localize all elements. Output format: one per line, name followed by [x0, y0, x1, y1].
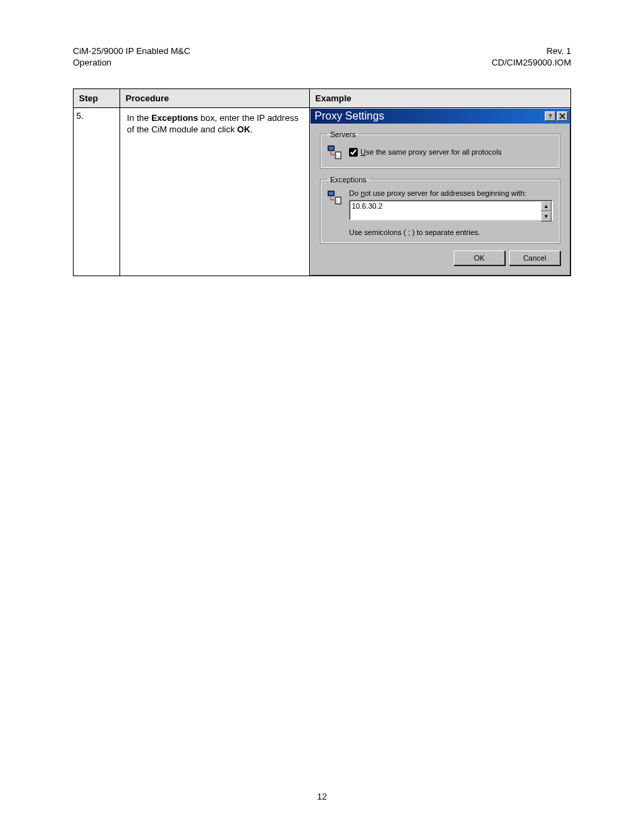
exceptions-legend: Exceptions: [327, 176, 369, 184]
procedure-text: In the Exceptions box, enter the IP addr…: [120, 107, 310, 276]
exceptions-network-icon: [327, 189, 344, 236]
hdr-right-1: Rev. 1: [491, 46, 571, 57]
servers-network-icon: [327, 144, 344, 161]
svg-text:?: ?: [548, 113, 552, 120]
exceptions-fieldset: Exceptions: [320, 176, 560, 244]
svg-rect-4: [336, 153, 340, 155]
svg-rect-6: [329, 192, 333, 195]
same-proxy-checkbox[interactable]: [349, 148, 358, 157]
help-icon[interactable]: ?: [545, 111, 556, 121]
cancel-button[interactable]: Cancel: [509, 251, 560, 265]
svg-rect-8: [336, 198, 340, 200]
col-step-header: Step: [74, 88, 120, 107]
proxy-settings-dialog: Proxy Settings ?: [310, 108, 570, 276]
col-proc-header: Procedure: [120, 88, 310, 107]
page-number: 12: [0, 791, 644, 802]
col-example-header: Example: [310, 88, 571, 107]
servers-fieldset: Servers: [320, 130, 560, 169]
scroll-down-icon[interactable]: ▼: [541, 211, 552, 221]
dialog-title: Proxy Settings: [315, 110, 384, 122]
exceptions-input[interactable]: [349, 200, 553, 220]
svg-rect-2: [329, 147, 333, 150]
hdr-left-2: Operation: [73, 57, 190, 69]
servers-legend: Servers: [327, 130, 358, 138]
hdr-left-1: CiM-25/9000 IP Enabled M&C: [73, 46, 190, 57]
step-number: 5.: [74, 107, 120, 276]
same-proxy-label: Use the same proxy server for all protoc…: [360, 148, 502, 156]
procedure-table: Step Procedure Example 5. In the Excepti…: [73, 88, 571, 276]
page-header: CiM-25/9000 IP Enabled M&C Operation Rev…: [73, 46, 571, 70]
ok-button[interactable]: OK: [454, 251, 505, 265]
scroll-up-icon[interactable]: ▲: [541, 201, 552, 211]
exceptions-message: Do not use proxy server for addresses be…: [349, 189, 553, 197]
separator-note: Use semicolons ( ; ) to separate entries…: [349, 228, 553, 236]
close-icon[interactable]: [557, 111, 568, 121]
dialog-titlebar: Proxy Settings ?: [311, 109, 570, 124]
hdr-right-2: CD/CIM259000.IOM: [491, 57, 571, 69]
